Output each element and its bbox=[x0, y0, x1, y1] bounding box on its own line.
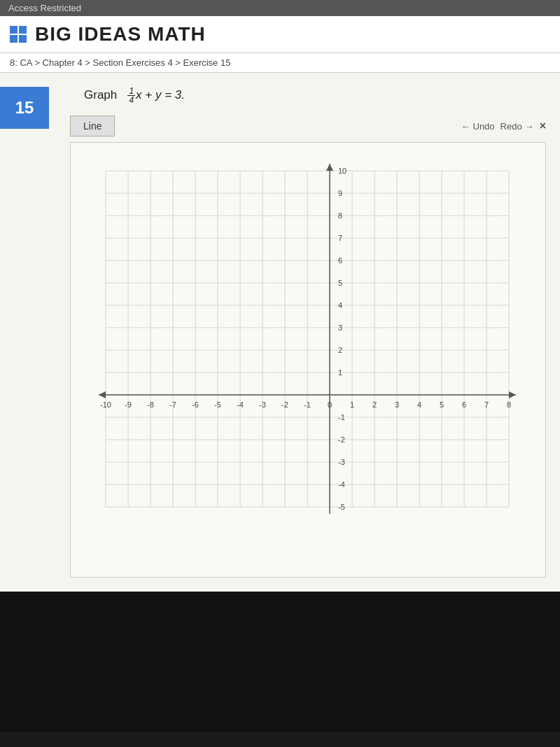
graph-canvas: .grid-line { stroke: #ccc; stroke-width:… bbox=[71, 143, 546, 577]
close-button[interactable]: × bbox=[540, 120, 546, 132]
top-bar: Access Restricted bbox=[0, 0, 560, 16]
svg-text:-1: -1 bbox=[338, 413, 345, 421]
svg-text:4: 4 bbox=[417, 400, 421, 409]
svg-text:-6: -6 bbox=[192, 400, 199, 409]
svg-marker-36 bbox=[99, 391, 106, 398]
svg-text:9: 9 bbox=[338, 189, 342, 197]
svg-text:1: 1 bbox=[350, 400, 354, 409]
problem-instruction: Graph 1 4 x + y = 3. bbox=[84, 87, 546, 104]
svg-text:3: 3 bbox=[338, 323, 342, 332]
svg-text:10: 10 bbox=[338, 167, 346, 175]
equation-display: 1 4 x + y = 3. bbox=[127, 88, 185, 102]
svg-text:7: 7 bbox=[338, 234, 342, 242]
main-content: 15 Graph 1 4 x + y = 3. Line ← Undo Redo… bbox=[0, 73, 560, 592]
undo-arrow-icon: ← bbox=[461, 121, 470, 132]
bottom-bar bbox=[0, 592, 560, 732]
svg-text:5: 5 bbox=[338, 279, 342, 287]
svg-text:2: 2 bbox=[338, 346, 342, 354]
svg-text:1: 1 bbox=[338, 368, 342, 377]
svg-text:2: 2 bbox=[372, 400, 377, 409]
svg-text:6: 6 bbox=[338, 256, 342, 265]
svg-marker-37 bbox=[509, 391, 516, 398]
svg-text:-2: -2 bbox=[281, 400, 288, 409]
svg-text:-10: -10 bbox=[100, 400, 111, 409]
svg-text:-2: -2 bbox=[338, 435, 345, 444]
line-button[interactable]: Line bbox=[70, 116, 115, 137]
graph-container[interactable]: .grid-line { stroke: #ccc; stroke-width:… bbox=[70, 142, 546, 578]
logo-icon bbox=[10, 26, 27, 43]
svg-text:6: 6 bbox=[462, 400, 466, 409]
svg-text:8: 8 bbox=[338, 211, 342, 220]
svg-text:4: 4 bbox=[338, 301, 342, 309]
svg-text:0: 0 bbox=[328, 400, 332, 409]
svg-text:7: 7 bbox=[484, 400, 489, 409]
instruction-text: Graph bbox=[84, 88, 117, 102]
undo-button[interactable]: ← Undo bbox=[461, 121, 495, 132]
svg-text:-7: -7 bbox=[169, 400, 176, 409]
toolbar: Line ← Undo Redo → × bbox=[70, 116, 546, 137]
svg-text:-4: -4 bbox=[338, 480, 345, 489]
svg-text:-1: -1 bbox=[304, 400, 311, 409]
svg-text:-3: -3 bbox=[259, 400, 266, 409]
svg-text:8: 8 bbox=[507, 400, 511, 409]
svg-marker-39 bbox=[326, 164, 333, 171]
svg-text:-4: -4 bbox=[237, 400, 244, 409]
redo-button[interactable]: Redo → bbox=[500, 121, 534, 132]
svg-text:-3: -3 bbox=[338, 458, 345, 466]
access-restricted-label: Access Restricted bbox=[8, 3, 81, 13]
problem-number-badge: 15 bbox=[0, 87, 49, 129]
equation-rest: x + y = 3. bbox=[136, 88, 185, 102]
svg-text:-5: -5 bbox=[214, 400, 221, 409]
svg-text:-5: -5 bbox=[338, 503, 345, 511]
svg-text:5: 5 bbox=[440, 400, 444, 409]
header: BIG IDEAS MATH bbox=[0, 16, 560, 53]
problem-area: Graph 1 4 x + y = 3. Line ← Undo Redo → … bbox=[70, 87, 546, 578]
breadcrumb-text: 8: CA > Chapter 4 > Section Exercises 4 … bbox=[10, 57, 230, 68]
header-title: BIG IDEAS MATH bbox=[35, 23, 206, 46]
svg-text:-9: -9 bbox=[125, 400, 132, 409]
svg-text:3: 3 bbox=[395, 400, 399, 409]
svg-text:-8: -8 bbox=[147, 400, 154, 409]
redo-arrow-icon: → bbox=[525, 121, 534, 132]
fraction-display: 1 4 bbox=[127, 87, 135, 104]
breadcrumb: 8: CA > Chapter 4 > Section Exercises 4 … bbox=[0, 53, 560, 73]
